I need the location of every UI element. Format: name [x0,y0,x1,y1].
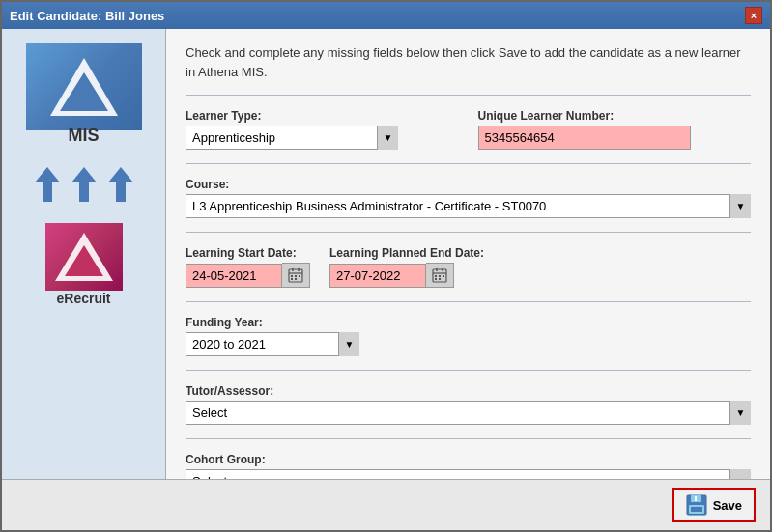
dates-row: Learning Start Date: [186,246,751,288]
mis-logo [26,43,142,130]
erecruit-logo [45,223,123,291]
arrows-container [33,165,135,204]
start-date-group: Learning Start Date: [186,246,310,288]
svg-rect-29 [691,507,702,512]
main-content: Check and complete any missing fields be… [166,29,770,479]
divider-4 [186,301,751,302]
end-date-calendar-button[interactable] [426,263,454,288]
svg-rect-13 [299,275,300,277]
footer: Save [2,479,770,530]
cohort-select-wrapper: Select ▼ [186,469,751,479]
divider-3 [186,232,751,233]
course-label: Course: [186,178,751,191]
course-group: Course: L3 Apprenticeship Business Admin… [186,178,751,218]
arrow-icon-3 [106,165,135,204]
start-date-label: Learning Start Date: [186,246,310,260]
svg-marker-4 [108,167,133,202]
end-date-label: Learning Planned End Date: [329,246,484,260]
svg-rect-11 [291,275,293,277]
save-icon [686,494,707,516]
learner-type-group: Learner Type: Apprenticeship ▼ [186,109,459,150]
dialog-title: Edit Candidate: Bill Jones [10,9,164,23]
tutor-assessor-group: Tutor/Assessor: Select ▼ [186,384,751,425]
svg-rect-20 [435,275,437,277]
course-select[interactable]: L3 Apprenticeship Business Administrator… [186,194,751,218]
instruction-text: Check and complete any missing fields be… [186,43,751,81]
funding-year-label: Funding Year: [186,316,751,329]
calendar-icon-2 [432,267,447,283]
svg-rect-21 [439,275,441,277]
start-date-calendar-button[interactable] [282,263,310,288]
svg-rect-27 [695,496,697,501]
svg-rect-24 [439,278,441,280]
learner-type-select-wrapper: Apprenticeship ▼ [186,126,398,150]
start-date-input-group [186,263,310,288]
arrow-icon-2 [70,165,99,204]
svg-rect-23 [435,278,437,280]
erecruit-label: eRecruit [56,291,110,306]
divider-5 [186,370,751,371]
funding-year-group: Funding Year: 2020 to 2021 ▼ [186,316,751,356]
svg-marker-2 [35,167,60,202]
content-area: MIS [2,29,770,479]
course-select-wrapper: L3 Apprenticeship Business Administrator… [186,194,751,218]
end-date-input[interactable] [329,264,426,288]
divider-1 [186,95,751,96]
tutor-select[interactable]: Select [186,401,751,425]
funding-year-select-wrapper: 2020 to 2021 ▼ [186,332,359,356]
learner-type-label: Learner Type: [186,109,459,123]
svg-rect-14 [291,278,293,280]
calendar-icon [288,267,303,283]
tutor-assessor-label: Tutor/Assessor: [186,384,751,398]
divider-6 [186,438,751,439]
mis-label: MIS [68,126,99,146]
cohort-group-label: Cohort Group: [186,453,751,466]
sidebar: MIS [2,29,166,479]
uln-label: Unique Learner Number: [478,109,752,123]
svg-rect-15 [295,278,297,280]
tutor-select-wrapper: Select ▼ [186,401,751,425]
svg-rect-12 [295,275,297,277]
title-bar: Edit Candidate: Bill Jones × [2,2,770,29]
end-date-input-group [329,263,484,288]
uln-input[interactable] [478,126,691,150]
end-date-group: Learning Planned End Date: [329,246,484,288]
cohort-group-group: Cohort Group: Select ▼ [186,453,751,479]
funding-year-select[interactable]: 2020 to 2021 [186,332,359,356]
learner-type-select[interactable]: Apprenticeship [186,126,398,150]
save-label: Save [713,498,742,513]
close-button[interactable]: × [745,7,762,24]
uln-group: Unique Learner Number: [478,109,752,150]
start-date-input[interactable] [186,264,282,288]
svg-marker-3 [71,167,97,202]
learner-type-uln-row: Learner Type: Apprenticeship ▼ Unique Le… [186,109,751,150]
save-button[interactable]: Save [672,488,756,522]
cohort-select[interactable]: Select [186,469,751,479]
arrow-icon-1 [33,165,62,204]
edit-candidate-dialog: Edit Candidate: Bill Jones × MIS [0,0,772,532]
divider-2 [186,163,751,164]
svg-rect-22 [443,275,444,277]
